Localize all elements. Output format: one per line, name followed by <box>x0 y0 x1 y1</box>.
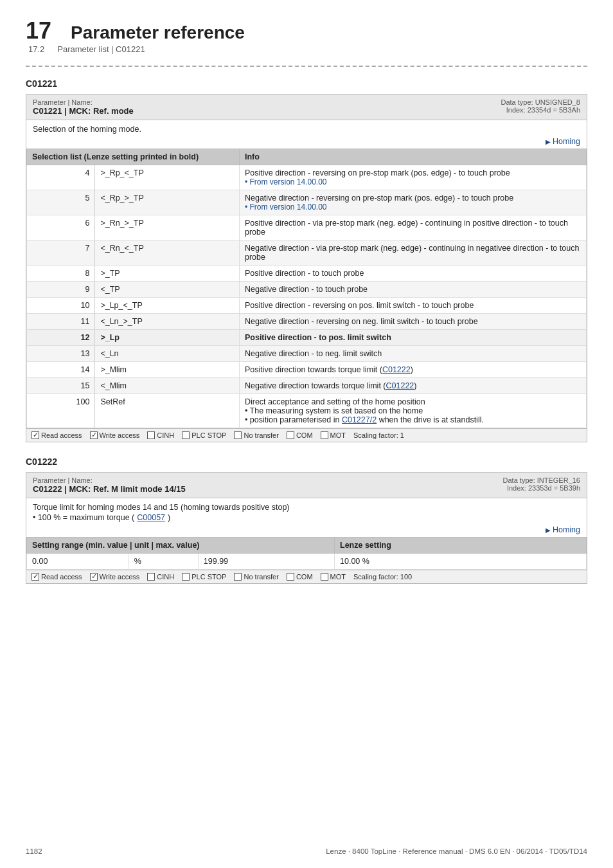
homing-link-2[interactable]: Homing <box>546 525 580 534</box>
param-header-left: Parameter | Name: C01221 | MCK: Ref. mod… <box>33 98 134 116</box>
no-transfer-label-2: No transfer <box>234 573 278 581</box>
max-value: 199.99 <box>198 554 334 570</box>
row-name: >_Lp <box>95 330 240 346</box>
subtitle-row: 17.2 Parameter list | C01221 <box>26 44 587 54</box>
subtitle-text: Parameter list | C01221 <box>57 44 145 54</box>
row-number: 100 <box>27 394 95 428</box>
row-number: 12 <box>27 330 95 346</box>
row-name: >_Lp_<_TP <box>95 298 240 314</box>
plc-stop-checkbox-2 <box>182 573 190 581</box>
index-label-2: Index: 23353d = 5B39h <box>503 484 580 492</box>
write-access-checkbox <box>90 431 98 439</box>
setting-range-header: Setting range (min. value | unit | max. … <box>27 538 335 554</box>
from-version: • From version 14.00.00 <box>245 177 581 186</box>
page-number: 1182 <box>26 847 42 855</box>
com-checkbox-2 <box>287 573 294 581</box>
desc-line-1: Torque limit for homing modes 14 and 15 … <box>33 503 580 512</box>
param-link[interactable]: C01222 <box>386 381 414 390</box>
data-type-label-2: Data type: INTEGER_16 <box>503 476 580 484</box>
homing-link-row-1: Homing <box>26 135 587 149</box>
table-row: 4>_Rp_<_TPPositive direction - reversing… <box>27 165 587 190</box>
setting-row: 0.00 % 199.99 10.00 % <box>27 554 587 570</box>
row-number: 10 <box>27 298 95 314</box>
unit: % <box>129 554 198 570</box>
c00057-link[interactable]: C00057 <box>137 513 165 522</box>
data-type-label: Data type: UNSIGNED_8 <box>501 98 581 106</box>
row-number: 6 <box>27 215 95 240</box>
cinh-checkbox-2 <box>147 573 155 581</box>
row-info: Negative direction - to neg. limit switc… <box>239 346 586 362</box>
row-name: <_Rp_>_TP <box>95 190 240 215</box>
row-info: Negative direction - to touch probe <box>239 282 586 298</box>
row-name: >_Rn_>_TP <box>95 215 240 240</box>
table-row: 7<_Rn_<_TPNegative direction - via pre-s… <box>27 240 587 266</box>
param-link[interactable]: C01222 <box>382 365 411 374</box>
no-transfer-checkbox-2 <box>234 573 242 581</box>
table-row: 13<_LnNegative direction - to neg. limit… <box>27 346 587 362</box>
homing-link-1[interactable]: Homing <box>546 137 580 146</box>
table-row: 100SetRefDirect acceptance and setting o… <box>27 394 587 428</box>
param-card-c01221: Parameter | Name: C01221 | MCK: Ref. mod… <box>26 94 587 442</box>
selection-header-right: Info <box>239 149 586 165</box>
scaling-factor-2: Scaling factor: 100 <box>353 573 412 581</box>
chapter-number: 17 <box>26 19 51 42</box>
row-info: Negative direction - via pre-stop mark (… <box>239 240 586 266</box>
row-name: >_Mlim <box>95 362 240 378</box>
row-info: Direct acceptance and setting of the hom… <box>239 394 586 428</box>
row-info: Positive direction towards torque limit … <box>239 362 586 378</box>
page-header: 17 Parameter reference 17.2 Parameter li… <box>26 19 587 54</box>
row-info: Positive direction - to pos. limit switc… <box>239 330 586 346</box>
from-version: • From version 14.00.00 <box>245 203 581 212</box>
param-description-c01221: Selection of the homing mode. <box>26 120 587 135</box>
param-description-c01222: Torque limit for homing modes 14 and 15 … <box>26 498 587 523</box>
no-transfer-label: No transfer <box>234 431 278 439</box>
c01227-link[interactable]: C01227/2 <box>342 415 377 424</box>
mot-checkbox <box>321 431 328 439</box>
table-row: 5<_Rp_>_TPNegative direction - reversing… <box>27 190 587 215</box>
row-name: <_TP <box>95 282 240 298</box>
table-row: 6>_Rn_>_TPPositive direction - via pre-s… <box>27 215 587 240</box>
row-number: 4 <box>27 165 95 190</box>
index-label: Index: 23354d = 5B3Ah <box>501 106 581 114</box>
cinh-checkbox <box>147 431 155 439</box>
lenze-setting-header: Lenze setting <box>335 538 587 554</box>
param-card-c01221-header: Parameter | Name: C01221 | MCK: Ref. mod… <box>26 95 587 120</box>
row-name: >_Rp_<_TP <box>95 165 240 190</box>
row-number: 5 <box>27 190 95 215</box>
mot-label: MOT <box>321 431 346 439</box>
plc-stop-label-2: PLC STOP <box>182 573 226 581</box>
param-full-name-c01221: C01221 | MCK: Ref. mode <box>33 106 134 116</box>
write-access-checkbox-2 <box>90 573 98 581</box>
section-c01221-label: C01221 <box>26 78 587 89</box>
mot-checkbox-2 <box>321 573 328 581</box>
chapter-title: Parameter reference <box>71 23 245 43</box>
row-number: 9 <box>27 282 95 298</box>
param-card-c01222-header: Parameter | Name: C01222 | MCK: Ref. M l… <box>26 473 587 498</box>
param-footer-c01222: Read access Write access CINH PLC STOP N… <box>26 570 587 583</box>
min-value: 0.00 <box>27 554 129 570</box>
mot-label-2: MOT <box>321 573 346 581</box>
selection-header-left: Selection list (Lenze setting printed in… <box>27 149 240 165</box>
table-row: 12>_LpPositive direction - to pos. limit… <box>27 330 587 346</box>
table-row: 15<_MlimNegative direction towards torqu… <box>27 378 587 394</box>
page-footer: 1182 Lenze · 8400 TopLine · Reference ma… <box>0 847 613 855</box>
selection-table-c01221: Selection list (Lenze setting printed in… <box>26 149 587 428</box>
row-name: <_Mlim <box>95 378 240 394</box>
table-row: 9<_TPNegative direction - to touch probe <box>27 282 587 298</box>
com-label: COM <box>287 431 313 439</box>
row-info: Positive direction - reversing on pre-st… <box>239 165 586 190</box>
row-number: 14 <box>27 362 95 378</box>
row-name: >_TP <box>95 266 240 282</box>
row-number: 8 <box>27 266 95 282</box>
homing-link-row-2: Homing <box>26 523 587 537</box>
scaling-factor: Scaling factor: 1 <box>353 431 404 439</box>
title-row: 17 Parameter reference <box>26 19 587 43</box>
row-info: Positive direction - via pre-stop mark (… <box>239 215 586 240</box>
table-row: 10>_Lp_<_TPPositive direction - reversin… <box>27 298 587 314</box>
row-info: Positive direction - reversing on pos. l… <box>239 298 586 314</box>
copyright: Lenze · 8400 TopLine · Reference manual … <box>326 847 587 855</box>
no-transfer-checkbox <box>234 431 242 439</box>
desc-line-2: • 100 % = maximum torque (C00057) <box>33 513 580 522</box>
row-name: <_Ln_>_TP <box>95 314 240 330</box>
row-info: Negative direction towards torque limit … <box>239 378 586 394</box>
